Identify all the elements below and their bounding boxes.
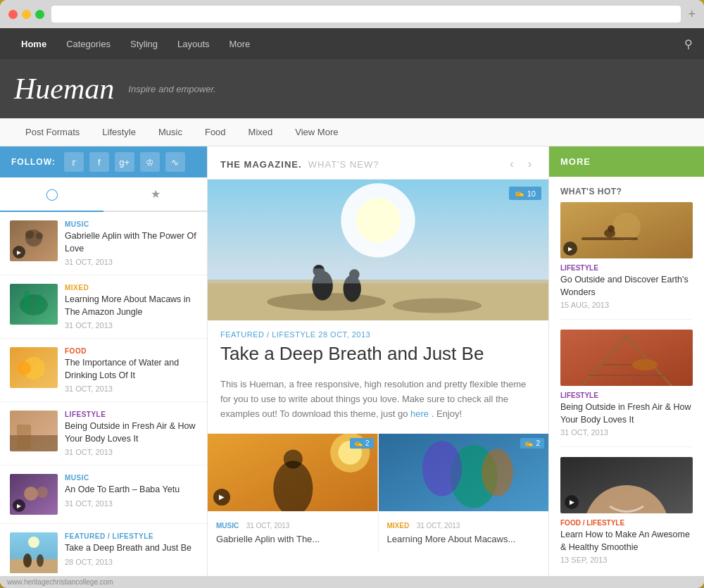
sidebar-item-info: LIFESTYLE Being Outside in Fresh Air & H…	[65, 411, 197, 456]
bottom-article-thumb: ✍ 2 ▶	[208, 434, 378, 511]
sidebar-tabs: ◯ ★	[0, 177, 207, 212]
sec-nav-mixed[interactable]: Mixed	[237, 118, 284, 146]
play-icon: ▶	[13, 499, 25, 512]
google-plus-icon[interactable]: g+	[115, 152, 134, 172]
comment-count: 10	[527, 189, 536, 198]
dribbble-icon[interactable]: ♔	[140, 152, 160, 172]
sidebar-title: Gabrielle Aplin with The Power Of Love	[65, 230, 197, 255]
sidebar-date: 31 OCT, 2013	[65, 384, 197, 393]
list-item[interactable]: ▶ MUSIC Gabrielle Aplin with The Power O…	[0, 212, 207, 275]
hot-article[interactable]: ▶ FOOD / LIFESTYLE Learn How to Make An …	[549, 457, 704, 574]
close-button[interactable]	[8, 10, 18, 19]
hot-thumb	[560, 330, 693, 386]
tab-favorites[interactable]: ★	[103, 177, 207, 212]
bottom-article-info: MUSIC 31 OCT, 2013 Gabrielle Aplin with …	[208, 511, 378, 551]
tab-recent[interactable]: ◯	[0, 177, 103, 212]
sidebar-date: 31 OCT, 2013	[65, 321, 197, 330]
hot-date: 13 SEP, 2013	[560, 556, 693, 564]
hot-title: Go Outside and Discover Earth's Wonders	[560, 274, 693, 299]
top-nav: Home Categories Styling Layouts More ⚲	[0, 28, 704, 59]
hot-divider	[560, 319, 693, 320]
hot-title: Learn How to Make An Awesome & Healthy S…	[560, 529, 693, 553]
svg-point-15	[24, 487, 38, 501]
right-sidebar-header: MORE	[549, 146, 704, 177]
next-arrow[interactable]: ›	[524, 156, 536, 172]
comment-badge-small: ✍ 2	[520, 438, 544, 449]
list-item[interactable]: FEATURED / LIFESTYLE Take a Deep Breath …	[0, 524, 207, 576]
sec-nav-post-formats[interactable]: Post Formats	[14, 118, 91, 146]
sec-nav-food[interactable]: Food	[194, 118, 237, 146]
hot-category: LIFESTYLE	[560, 392, 693, 399]
magazine-header: THE MAGAZINE. WHAT'S NEW? ‹ ›	[208, 146, 548, 180]
svg-point-19	[28, 537, 39, 548]
play-icon-bottom: ▶	[213, 489, 230, 506]
hot-category: FOOD / LIFESTYLE	[560, 519, 693, 527]
sec-nav-lifestyle[interactable]: Lifestyle	[91, 118, 147, 146]
magazine-sublabel: WHAT'S NEW?	[308, 159, 379, 170]
sidebar-title: Being Outside in Fresh Air & How Your Bo…	[65, 420, 197, 445]
svg-point-20	[23, 553, 32, 568]
article-link[interactable]: here	[410, 408, 429, 419]
bottom-category: MUSIC 31 OCT, 2013	[216, 518, 370, 531]
bottom-title: Gabrielle Aplin with The...	[216, 534, 370, 544]
list-item[interactable]: FOOD The Importance of Water and Drinkin…	[0, 339, 207, 402]
svg-rect-7	[38, 294, 42, 312]
list-item[interactable]: ▶ MUSIC An Ode To Earth – Baba Yetu 31 O…	[0, 465, 207, 524]
svg-rect-6	[24, 291, 30, 312]
sidebar-list: ▶ MUSIC Gabrielle Aplin with The Power O…	[0, 212, 207, 576]
svg-point-2	[25, 230, 34, 239]
sidebar-thumb	[10, 532, 58, 573]
nav-more[interactable]: More	[220, 28, 260, 59]
list-item[interactable]: MIXED Learning More About Macaws in The …	[0, 275, 207, 339]
volume-icon-hot: ▶	[565, 495, 579, 509]
sec-nav-view-more[interactable]: View More	[284, 118, 349, 146]
facebook-icon[interactable]: f	[89, 152, 109, 172]
search-icon[interactable]: ⚲	[684, 37, 693, 51]
sidebar-thumb	[10, 347, 58, 388]
hot-thumb: ▶	[560, 202, 693, 258]
svg-point-41	[482, 449, 513, 496]
rss-icon[interactable]: ∿	[165, 152, 185, 172]
follow-label: FOLLOW:	[11, 157, 56, 167]
minimize-button[interactable]	[22, 10, 31, 19]
hot-divider	[560, 446, 693, 447]
hot-date: 31 OCT, 2013	[560, 428, 693, 437]
bottom-article-thumb: ✍ 2	[379, 434, 549, 511]
nav-categories[interactable]: Categories	[56, 28, 120, 59]
sidebar-category: MUSIC	[65, 474, 197, 482]
sec-nav-music[interactable]: Music	[147, 118, 194, 146]
svg-point-43	[612, 213, 641, 241]
sidebar-category: LIFESTYLE	[65, 411, 197, 418]
bottom-article[interactable]: ✍ 2 MIXED 31 OCT, 2013 Learning More Abo…	[379, 434, 549, 551]
svg-rect-13	[17, 425, 31, 449]
bottom-category: MIXED 31 OCT, 2013	[387, 518, 541, 531]
nav-arrows: ‹ ›	[505, 156, 536, 172]
nav-home[interactable]: Home	[11, 28, 56, 59]
follow-bar: FOLLOW: 𝕣 f g+ ♔ ∿	[0, 146, 207, 177]
twitter-icon[interactable]: 𝕣	[64, 152, 84, 172]
nav-styling[interactable]: Styling	[120, 28, 168, 59]
prev-arrow[interactable]: ‹	[505, 156, 517, 172]
svg-point-52	[632, 359, 658, 370]
svg-rect-44	[582, 237, 638, 240]
comment-icon: ✍	[515, 189, 524, 198]
svg-point-21	[37, 554, 44, 567]
right-sidebar: MORE WHAT'S HOT?	[549, 146, 704, 576]
sidebar-title: An Ode To Earth – Baba Yetu	[65, 484, 197, 496]
svg-rect-18	[10, 559, 58, 573]
nav-layouts[interactable]: Layouts	[168, 28, 220, 59]
article-title: Take a Deep Breath and Just Be	[220, 343, 536, 365]
address-bar[interactable]	[51, 6, 681, 23]
bottom-article[interactable]: ✍ 2 ▶ MUSIC 31 OCT, 2013 Gabrielle Aplin…	[208, 434, 379, 551]
hot-article[interactable]: ▶ LIFESTYLE Go Outside and Discover Eart…	[549, 202, 704, 319]
list-item[interactable]: LIFESTYLE Being Outside in Fresh Air & H…	[0, 402, 207, 465]
play-icon-hot: ▶	[563, 242, 577, 256]
maximize-button[interactable]	[35, 10, 44, 19]
article-meta: FEATURED / LIFESTYLE 28 OCT, 2013 Take a…	[208, 320, 548, 377]
svg-point-46	[608, 225, 615, 232]
social-icons: 𝕣 f g+ ♔ ∿	[64, 152, 185, 172]
play-icon: ▶	[13, 246, 25, 258]
site-logo: Hueman	[14, 72, 114, 106]
new-tab-button[interactable]: +	[688, 8, 696, 20]
hot-article[interactable]: LIFESTYLE Being Outside in Fresh Air & H…	[549, 330, 704, 446]
